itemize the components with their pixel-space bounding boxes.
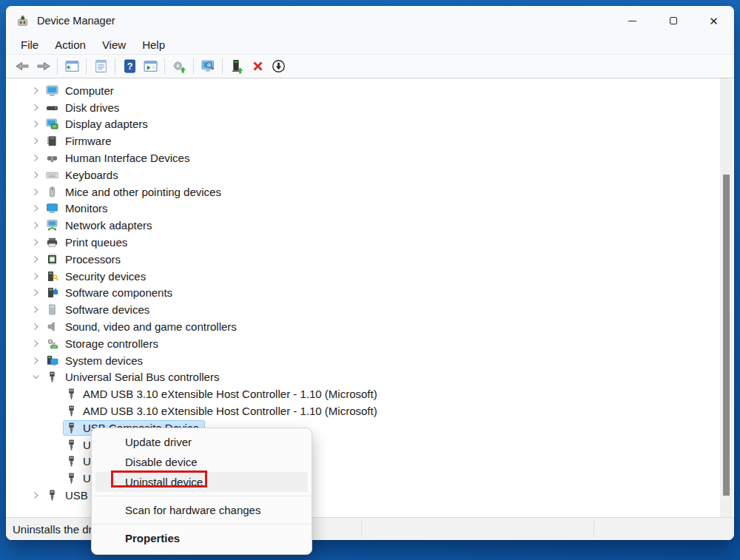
chevron-right-icon[interactable]: [30, 169, 41, 181]
chevron-right-icon[interactable]: [30, 237, 41, 249]
tree-item-label: U: [83, 472, 91, 485]
scrollbar-thumb[interactable]: [723, 175, 730, 496]
usb-icon: [46, 371, 59, 383]
menu-item-disable-device[interactable]: Disable device: [92, 452, 312, 472]
tree-item[interactable]: Software devices: [6, 301, 734, 318]
update-driver-button[interactable]: [169, 57, 189, 76]
chevron-right-icon[interactable]: [30, 354, 41, 366]
disable-device-button[interactable]: [268, 57, 289, 76]
usb-icon: [65, 455, 78, 468]
close-button[interactable]: ✕: [693, 6, 734, 36]
minimize-icon: [628, 21, 636, 21]
chevron-down-icon[interactable]: [30, 371, 41, 383]
chevron-right-icon[interactable]: [30, 321, 41, 333]
chevron-right-icon[interactable]: [30, 101, 41, 113]
tree-item-label: Display adapters: [65, 118, 148, 130]
menu-item-scan-for-hardware-changes[interactable]: Scan for hardware changes: [92, 500, 312, 520]
tree-item-label: Storage controllers: [65, 337, 158, 350]
tree-item-label: Universal Serial Bus controllers: [65, 371, 219, 383]
chevron-right-icon[interactable]: [30, 337, 41, 349]
tree-item[interactable]: Display adapters: [6, 116, 734, 133]
chevron-right-icon[interactable]: [30, 84, 41, 96]
tree-item[interactable]: Network adapters: [6, 217, 734, 234]
minimize-button[interactable]: [612, 6, 653, 36]
chevron-right-icon[interactable]: [30, 203, 41, 215]
scan-hardware-changes-button[interactable]: [198, 57, 218, 76]
tree-item-label: Firmware: [65, 135, 112, 147]
tree-item[interactable]: AMD USB 3.10 eXtensible Host Controller …: [6, 385, 734, 402]
forward-button[interactable]: [33, 57, 53, 76]
tree-item[interactable]: Keyboards: [6, 166, 734, 183]
tree-item[interactable]: Computer: [6, 82, 734, 99]
chevron-right-icon[interactable]: [30, 490, 41, 502]
chevron-right-icon[interactable]: [30, 135, 41, 147]
menubar: FileActionViewHelp: [6, 36, 734, 55]
close-icon: ✕: [709, 16, 719, 27]
print-queue-icon: [46, 236, 59, 249]
menubar-item-action[interactable]: Action: [47, 37, 94, 53]
chevron-right-icon[interactable]: [30, 152, 41, 164]
update-device-driver-button[interactable]: [226, 57, 247, 76]
back-button[interactable]: [12, 57, 33, 76]
forward-icon: [36, 58, 51, 74]
toolbar-separator: [86, 58, 87, 75]
tree-item[interactable]: Security devices: [6, 268, 734, 285]
tree-item-label: Keyboards: [65, 169, 118, 181]
tree-item[interactable]: System devices: [6, 352, 734, 369]
tree-item-label: AMD USB 3.10 eXtensible Host Controller …: [83, 388, 377, 400]
scrollbar[interactable]: [720, 78, 733, 517]
maximize-button[interactable]: [653, 6, 693, 36]
menubar-item-view[interactable]: View: [94, 37, 134, 53]
tree-item[interactable]: AMD USB 3.10 eXtensible Host Controller …: [6, 402, 734, 419]
device-manager-app-icon: [16, 15, 29, 27]
context-menu-separator: [92, 524, 311, 524]
tree-item[interactable]: Sound, video and game controllers: [6, 318, 734, 335]
chevron-right-icon[interactable]: [30, 118, 41, 130]
tree-item[interactable]: Storage controllers: [6, 335, 734, 352]
usb-icon: [65, 439, 78, 451]
tree-item-label: Monitors: [65, 202, 108, 215]
chevron-right-icon[interactable]: [30, 304, 41, 316]
window-title: Device Manager: [37, 15, 115, 27]
tree-item[interactable]: Firmware: [6, 132, 734, 149]
maximize-icon: [670, 17, 677, 24]
tree-item-label: Disk drives: [65, 101, 119, 114]
usb-icon: [65, 472, 78, 485]
chevron-right-icon[interactable]: [30, 220, 41, 232]
tree-item[interactable]: Universal Serial Bus controllers: [6, 369, 734, 386]
sound-icon: [46, 320, 59, 333]
menu-item-update-driver[interactable]: Update driver: [92, 432, 312, 452]
tree-item[interactable]: Software components: [6, 285, 734, 302]
chevron-right-icon[interactable]: [30, 186, 41, 198]
menubar-item-help[interactable]: Help: [134, 37, 173, 53]
statusbar-divider: [361, 521, 362, 537]
help-icon: ?: [122, 58, 138, 74]
tree-item[interactable]: Human Interface Devices: [6, 149, 734, 166]
help-button[interactable]: ?: [119, 57, 140, 76]
menu-item-properties[interactable]: Properties: [92, 528, 312, 548]
toolbar-separator: [222, 58, 223, 75]
chevron-right-icon[interactable]: [30, 270, 41, 282]
tree-item-label: Software components: [65, 286, 172, 299]
update-driver-icon: [172, 58, 187, 74]
tree-item[interactable]: Processors: [6, 251, 734, 268]
uninstall-device-button[interactable]: [247, 57, 268, 76]
properties-button[interactable]: [90, 57, 111, 76]
tree-item[interactable]: Print queues: [6, 234, 734, 251]
monitor-icon: [46, 202, 59, 215]
menu-item-uninstall-device[interactable]: Uninstall device: [95, 472, 308, 492]
chevron-right-icon[interactable]: [30, 287, 41, 299]
show-console-tree-button[interactable]: [61, 57, 82, 76]
chevron-right-icon[interactable]: [30, 253, 41, 265]
menubar-item-file[interactable]: File: [13, 37, 47, 53]
hid-icon: [46, 152, 59, 164]
tree-item[interactable]: Disk drives: [6, 99, 734, 116]
disable-device-icon: [271, 58, 286, 74]
tree-item[interactable]: Monitors: [6, 200, 734, 217]
usb-icon: [46, 489, 59, 502]
tree-item-label: Security devices: [65, 270, 146, 283]
show-action-pane-button[interactable]: [140, 57, 161, 76]
context-menu: Update driverDisable deviceUninstall dev…: [91, 428, 312, 555]
keyboard-icon: [46, 169, 59, 181]
tree-item[interactable]: Mice and other pointing devices: [6, 183, 734, 200]
